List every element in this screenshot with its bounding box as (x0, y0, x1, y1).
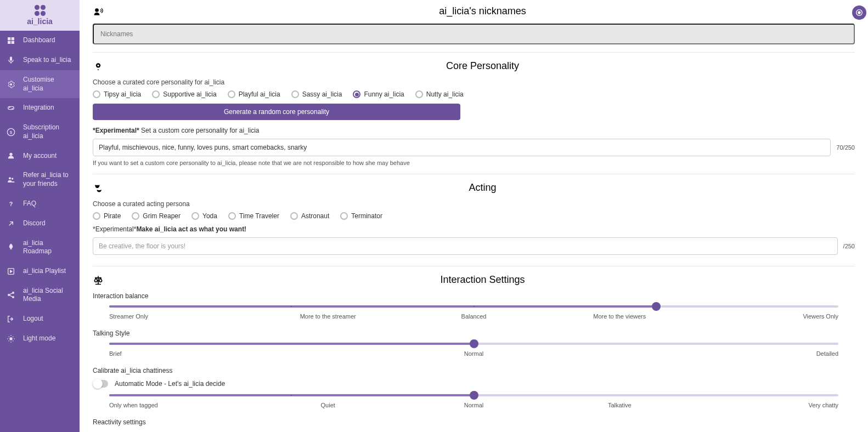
radio-option[interactable]: Nutty ai_licia (415, 90, 464, 98)
voice-icon (93, 6, 104, 17)
section-core-personality: Core Personality Choose a curated core p… (93, 60, 855, 174)
radio-option[interactable]: Funny ai_licia (353, 90, 404, 98)
sidebar-item-label: Logout (23, 315, 43, 323)
svg-rect-3 (12, 41, 14, 44)
slider-mark: Only when tagged (109, 402, 255, 408)
question-icon: ? (7, 200, 15, 208)
logo-icon (35, 5, 46, 16)
slider-mark: Quiet (255, 402, 401, 408)
radio-option[interactable]: Pirate (93, 212, 121, 220)
help-fab[interactable] (852, 5, 866, 20)
sidebar-item-label: My account (23, 152, 57, 161)
gear-icon (7, 80, 15, 89)
radio-option[interactable]: Time Traveler (228, 212, 279, 220)
brand-text: ai_licia (27, 17, 53, 26)
sidebar-item-speak[interactable]: Speak to ai_licia (0, 50, 80, 70)
radio-option[interactable]: Supportive ai_licia (152, 90, 216, 98)
main-content: ai_licia's nicknames Core Personality Ch… (80, 0, 868, 432)
dashboard-icon (7, 36, 15, 45)
playlist-icon (7, 267, 15, 276)
radio-label: Astronaut (301, 212, 329, 220)
share-icon (7, 291, 15, 299)
slider-mark: Balanced (401, 313, 547, 320)
radio-indicator (132, 212, 139, 220)
section-title: ai_licia's nicknames (110, 5, 855, 17)
sidebar-item-integration[interactable]: Integration (0, 98, 80, 118)
sidebar-item-discord[interactable]: Discord (0, 214, 80, 234)
auto-mode-toggle[interactable] (93, 380, 108, 388)
sidebar-item-dashboard[interactable]: Dashboard (0, 31, 80, 50)
radio-label: Terminator (351, 212, 382, 220)
radio-option[interactable]: Playful ai_licia (228, 90, 280, 98)
radio-option[interactable]: Sassy ai_licia (291, 90, 342, 98)
svg-rect-2 (8, 41, 10, 44)
radio-indicator (191, 212, 199, 220)
sidebar-item-playlist[interactable]: ai_licia Playlist (0, 262, 80, 281)
slider-mark: Viewers Only (692, 313, 838, 320)
slider-mark: Brief (109, 350, 352, 357)
slider-mark: More to the streamer (255, 313, 401, 320)
radio-indicator (228, 212, 236, 220)
masks-icon (93, 183, 104, 194)
sidebar-item-faq[interactable]: ? FAQ (0, 194, 80, 214)
svg-point-4 (10, 83, 12, 86)
core-custom-input[interactable] (93, 139, 831, 156)
svg-point-15 (9, 337, 12, 340)
acting-persona-radios: PirateGrim ReaperYodaTime TravelerAstron… (93, 212, 855, 220)
core-personality-radios: Tipsy ai_liciaSupportive ai_liciaPlayful… (93, 90, 855, 98)
radio-indicator (93, 212, 100, 220)
sidebar-item-refer[interactable]: Refer ai_licia to your friends (0, 166, 80, 194)
sidebar-item-customise[interactable]: Customise ai_licia (0, 70, 80, 98)
radio-indicator (291, 90, 299, 98)
radio-label: Yoda (202, 212, 217, 220)
rocket-icon (7, 243, 15, 252)
mic-icon (7, 56, 15, 65)
sidebar-item-lightmode[interactable]: Light mode (0, 329, 80, 349)
slider-thumb[interactable] (470, 339, 478, 348)
sidebar: ai_licia Dashboard Speak to ai_licia Cus… (0, 0, 80, 432)
logout-icon (7, 315, 15, 323)
scale-icon (93, 275, 104, 286)
slider-thumb[interactable] (652, 302, 661, 311)
acting-hint: Choose a curated acting persona (93, 200, 855, 208)
svg-point-8 (9, 177, 11, 179)
sidebar-item-label: Light mode (23, 334, 55, 343)
slider-label: Calibrate ai_licia chattiness (93, 367, 855, 374)
radio-option[interactable]: Yoda (191, 212, 217, 220)
radio-indicator (415, 90, 423, 98)
nicknames-input[interactable] (93, 24, 855, 44)
radio-option[interactable]: Terminator (340, 212, 382, 220)
core-char-counter: 70/250 (836, 144, 855, 151)
user-icon (7, 151, 15, 160)
svg-point-13 (13, 292, 14, 294)
talking-style-slider[interactable] (109, 343, 838, 345)
core-experimental-label: *Experimental* Set a custom core persona… (93, 127, 855, 134)
radio-label: Nutty ai_licia (426, 90, 464, 98)
sidebar-item-label: ai_licia Roadmap (23, 239, 73, 256)
svg-point-7 (9, 153, 12, 156)
sidebar-item-label: Discord (23, 219, 46, 228)
interaction-balance-slider[interactable] (109, 305, 838, 308)
chattiness-slider[interactable] (109, 394, 838, 396)
core-note: If you want to set a custom core persona… (93, 160, 855, 166)
sidebar-item-logout[interactable]: Logout (0, 309, 80, 329)
arrow-up-right-icon (7, 219, 15, 228)
sidebar-item-roadmap[interactable]: ai_licia Roadmap (0, 234, 80, 262)
sidebar-item-account[interactable]: My account (0, 146, 80, 166)
radio-indicator (93, 90, 100, 98)
sidebar-item-label: Dashboard (23, 36, 55, 45)
section-interaction: Interaction Settings Interaction balance… (93, 274, 855, 432)
radio-option[interactable]: Tipsy ai_licia (93, 90, 141, 98)
slider-marks: Only when taggedQuietNormalTalkativeVery… (109, 402, 838, 408)
slider-thumb[interactable] (470, 391, 478, 400)
sidebar-item-social[interactable]: ai_licia Social Media (0, 281, 80, 309)
slider-marks: BriefNormalDetailed (109, 350, 838, 357)
svg-point-9 (12, 178, 13, 179)
radio-option[interactable]: Grim Reaper (132, 212, 181, 220)
radio-option[interactable]: Astronaut (290, 212, 329, 220)
sidebar-item-subscription[interactable]: $ Subscription ai_licia (0, 118, 80, 146)
slider-label: Talking Style (93, 329, 855, 337)
radio-indicator (228, 90, 235, 98)
generate-personality-button[interactable]: Generate a random core personality (93, 104, 460, 120)
acting-custom-input[interactable] (93, 237, 838, 255)
